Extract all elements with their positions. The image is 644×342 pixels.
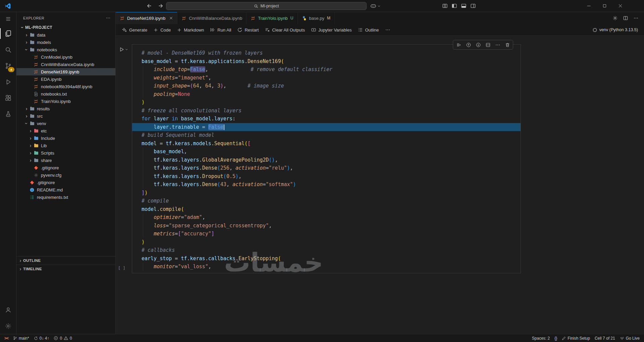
- code-line-27[interactable]: monitor="val_loss",: [132, 263, 521, 271]
- toggle-sidebar-icon[interactable]: [451, 3, 457, 9]
- toolbar-more-actions-button[interactable]: [382, 26, 393, 34]
- status-git-sync[interactable]: 0↓ 4↑: [32, 334, 52, 342]
- tree-item-eda-ipynb[interactable]: EDA.ipynb: [16, 75, 115, 83]
- tree-item-notebooks[interactable]: ›notebooks: [16, 46, 115, 53]
- code-line-23[interactable]: metrics=["accuracy"]: [132, 230, 521, 238]
- tree-item-gitignore[interactable]: .gitignore: [16, 179, 115, 186]
- tree-item-requirements-txt[interactable]: requirements.txt: [16, 193, 115, 201]
- code-line-24[interactable]: ): [132, 238, 521, 246]
- status-language-mode[interactable]: {}: [552, 334, 559, 342]
- code-line-15[interactable]: tf.keras.layers.Dense(256, activation="r…: [132, 164, 521, 172]
- tree-item-pyvenv-cfg[interactable]: pyvenv.cfg: [16, 171, 115, 179]
- copilot-menu[interactable]: [370, 0, 381, 12]
- code-line-13[interactable]: base_model,: [132, 148, 521, 156]
- code-line-16[interactable]: tf.keras.layers.Dropout(0.5),: [132, 172, 521, 181]
- toolbar-generate-button[interactable]: Generate: [119, 26, 150, 34]
- status-cell-indicator[interactable]: Cell 7 of 21: [592, 334, 618, 342]
- activitybar-run-debug[interactable]: [0, 74, 16, 90]
- code-line-4[interactable]: weights="imagenet",: [132, 74, 521, 82]
- tree-item-notebooks-txt[interactable]: notebooks.txt: [16, 90, 115, 98]
- tab-base-py[interactable]: base.pyM: [298, 12, 335, 24]
- code-line-17[interactable]: tf.keras.layers.Dense(43, activation="so…: [132, 180, 521, 189]
- activitybar-source-control[interactable]: 4: [0, 58, 16, 74]
- tree-item-notebookf6b394a48f-ipynb[interactable]: notebookf6b394a48f.ipynb: [16, 83, 115, 90]
- toolbar-run-all-button[interactable]: Run All: [207, 26, 234, 34]
- tree-item-src[interactable]: ›src: [16, 112, 115, 120]
- status-git-branch[interactable]: main*: [11, 334, 32, 342]
- tree-item-etc[interactable]: ›etc: [16, 127, 115, 134]
- run-cell-button[interactable]: [119, 47, 128, 52]
- status-remote-indicator[interactable]: ><: [2, 334, 11, 342]
- tree-item-data[interactable]: ›data: [16, 31, 115, 39]
- close-icon[interactable]: [618, 3, 623, 8]
- code-line-1[interactable]: # model - DenseNet169 with frozen layers: [132, 49, 521, 57]
- status-problems[interactable]: 00: [51, 334, 74, 342]
- tree-item-include[interactable]: ›Include: [16, 134, 115, 142]
- cell-more-button[interactable]: [493, 41, 502, 49]
- code-line-2[interactable]: base_model = tf.keras.applications.Dense…: [132, 57, 521, 66]
- activitybar-settings[interactable]: [0, 318, 16, 334]
- explorer-more-actions-icon[interactable]: [106, 15, 111, 20]
- cell-run-by-line-button[interactable]: [454, 41, 463, 49]
- tree-item-venv[interactable]: ›venv: [16, 120, 115, 127]
- sidebar-section-timeline[interactable]: ›TIMELINE: [16, 265, 115, 273]
- code-line-12[interactable]: model = tf.keras.models.Sequential([: [132, 139, 521, 148]
- activitybar-explorer[interactable]: [0, 25, 16, 42]
- code-line-3[interactable]: include_top=False, # remove default clas…: [132, 65, 521, 74]
- tab-densenet169-ipynb[interactable]: DenseNet169.ipynb: [116, 12, 177, 24]
- tree-item-cnnmodel-ipynb[interactable]: CnnModel.ipynb: [16, 53, 115, 61]
- forward-icon[interactable]: [158, 3, 163, 9]
- tree-item-scripts[interactable]: ›Scripts: [16, 149, 115, 157]
- gear-icon[interactable]: [612, 15, 618, 21]
- code-line-18[interactable]: ]): [132, 189, 521, 197]
- code-line-26[interactable]: early_stop = tf.keras.callbacks.EarlySto…: [132, 254, 521, 263]
- minimize-icon[interactable]: [586, 3, 591, 8]
- sidebar-section-outline[interactable]: ›OUTLINE: [16, 256, 115, 265]
- tree-item-share[interactable]: ›share: [16, 157, 115, 164]
- cell-trash-button[interactable]: [503, 41, 512, 49]
- command-center-search[interactable]: Ml-project: [166, 2, 367, 10]
- tab-trainyolo-ipynb[interactable]: TrainYolo.ipynbU: [247, 12, 298, 24]
- maximize-icon[interactable]: [602, 4, 607, 8]
- tab-cnnwithbalancedata-ipynb[interactable]: CnnWithBalanceData.ipynb: [177, 12, 247, 24]
- tree-item-lib[interactable]: ›Lib: [16, 142, 115, 149]
- toolbar-restart-button[interactable]: Restart: [234, 26, 261, 34]
- toolbar-add-code-button[interactable]: Code: [151, 26, 173, 34]
- split-editor-icon[interactable]: [623, 15, 628, 21]
- toggle-secondary-sidebar-icon[interactable]: [470, 3, 476, 9]
- tree-item-densenet169-ipynb[interactable]: DenseNet169.ipynb: [16, 68, 115, 75]
- cell-execute-above-button[interactable]: [464, 41, 473, 49]
- tree-item-ml-project[interactable]: ›ML-PROJECT: [16, 24, 115, 31]
- status-indentation[interactable]: Spaces: 2: [530, 334, 552, 342]
- status-go-live[interactable]: Go Live: [618, 334, 642, 342]
- kernel-picker[interactable]: venv (Python 3.13.5): [592, 27, 641, 33]
- activitybar-menu[interactable]: [0, 12, 16, 25]
- toolbar-clear-all-outputs-button[interactable]: Clear All Outputs: [262, 26, 308, 34]
- status-finish-setup[interactable]: Finish Setup: [559, 334, 592, 342]
- tree-item-gitignore[interactable]: .gitignore: [16, 164, 115, 171]
- code-line-7[interactable]: ): [132, 98, 521, 107]
- code-line-8[interactable]: # freeze all convolutional layers: [132, 107, 521, 115]
- toolbar-jupyter-variables-button[interactable]: Jupyter Variables: [308, 26, 354, 34]
- tree-item-trainyolo-ipynb[interactable]: TrainYolo.ipynb: [16, 98, 115, 105]
- code-line-6[interactable]: pooling=None: [132, 90, 521, 99]
- toolbar-outline-button[interactable]: Outline: [355, 26, 381, 34]
- close-tab-icon[interactable]: [169, 16, 173, 20]
- back-icon[interactable]: [147, 3, 152, 9]
- activitybar-account[interactable]: [0, 302, 16, 318]
- tree-item-results[interactable]: ›results: [16, 105, 115, 112]
- activitybar-search[interactable]: [0, 42, 16, 58]
- customize-layout-icon[interactable]: [442, 3, 448, 9]
- toolbar-add-markdown-button[interactable]: Markdown: [174, 26, 207, 34]
- activitybar-extensions[interactable]: [0, 90, 16, 106]
- cell-execute-below-button[interactable]: [474, 41, 482, 49]
- code-line-14[interactable]: tf.keras.layers.GlobalAveragePooling2D()…: [132, 156, 521, 164]
- tree-item-models[interactable]: ›models: [16, 39, 115, 46]
- toggle-panel-icon[interactable]: [461, 3, 467, 9]
- code-line-19[interactable]: # compile: [132, 197, 521, 205]
- code-line-20[interactable]: model.compile(: [132, 205, 521, 214]
- code-line-5[interactable]: input_shape=(64, 64, 3), # image size: [132, 82, 521, 90]
- code-line-9[interactable]: for layer in base_model.layers:: [132, 115, 521, 123]
- code-line-25[interactable]: # callbacks: [132, 246, 521, 254]
- code-line-10[interactable]: layer.trainable = False: [132, 123, 521, 131]
